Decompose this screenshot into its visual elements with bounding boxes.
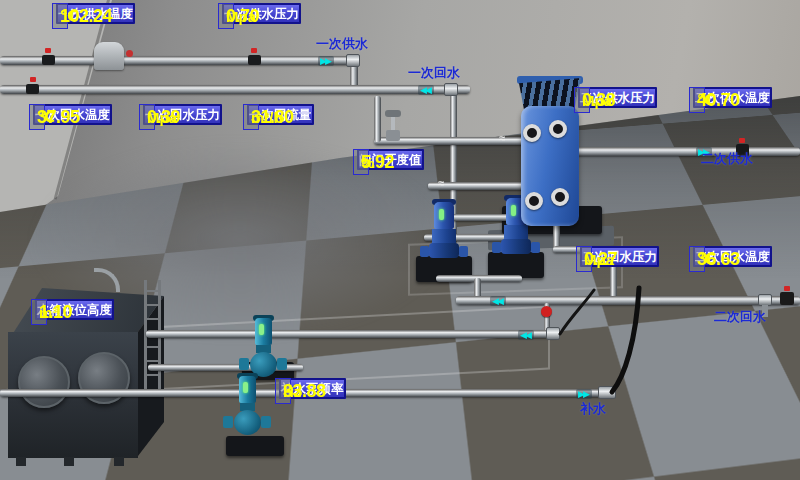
valve-handle-icon xyxy=(784,286,790,291)
gauge-unit: Mpa xyxy=(147,109,177,126)
tank-ladder xyxy=(144,280,147,396)
gauge-unit: ℃ xyxy=(697,91,715,109)
gauge-value-box: 0.38 Mpa xyxy=(574,87,590,113)
gauge-unit: Mpa xyxy=(582,92,612,109)
control-valve-icon xyxy=(386,130,400,141)
gauge-unit: ℃ xyxy=(60,7,78,25)
manual-valve-icon xyxy=(780,292,794,305)
hx-port-icon xyxy=(549,120,567,138)
gauge-unit: m³ xyxy=(39,304,57,321)
pump-motor-icon xyxy=(434,202,454,229)
flow-arrow-left-icon: ◀◀ xyxy=(518,330,534,340)
pipe-label-secondary-supply: 二次供水 xyxy=(701,150,753,168)
hx-port-icon xyxy=(551,188,569,206)
strainer-filter-icon xyxy=(94,42,124,70)
hmi-heating-station-screen: ≈ ≈ ▶▶ ◀◀ ▶▶ ◀◀ ◀◀ ▶▶ xyxy=(0,0,800,480)
valve-handle-icon xyxy=(30,77,36,82)
control-valve-actuator-icon xyxy=(385,110,401,117)
pipe-label-makeup: 补水 xyxy=(580,400,606,418)
valve-handle-icon xyxy=(45,48,51,53)
pipe-label-secondary-return: 二次回水 xyxy=(714,308,766,326)
makeup-pump-2 xyxy=(224,376,270,440)
red-valve-handwheel-icon xyxy=(541,306,552,317)
pump-run-indicator xyxy=(439,209,444,220)
gauge-unit: % xyxy=(361,154,374,171)
gauge-unit: m³/h xyxy=(251,109,283,126)
gauge-unit: ℃ xyxy=(697,250,715,268)
gauge-value-box: 1.10 m³ xyxy=(31,299,47,325)
hx-port-icon xyxy=(523,124,541,142)
gauge-value-box: 0.27 Mpa xyxy=(576,246,592,272)
flow-arrow-right-icon: ▶▶ xyxy=(318,56,334,66)
pump-run-indicator xyxy=(259,324,264,335)
gauge-unit: Mpa xyxy=(584,251,614,268)
gauge-value-box: 102.24 ℃ xyxy=(52,3,68,29)
tank-manhole-icon xyxy=(18,356,70,408)
circulation-pump-1 xyxy=(420,202,468,264)
flow-arrow-right-icon: ▶▶ xyxy=(576,389,592,399)
gauge-value-box[interactable]: 33.88 Hz xyxy=(275,378,291,404)
flow-arrow-left-icon: ◀◀ xyxy=(490,296,506,306)
pipe-tank-return xyxy=(146,330,558,338)
pipe-secondary-supply xyxy=(556,147,800,156)
valve-handle-icon xyxy=(251,48,257,53)
manual-valve-icon xyxy=(248,55,261,65)
pipe-label-primary-return: 一次回水 xyxy=(408,64,460,82)
gauge-value-box: 36.63 ℃ xyxy=(689,246,705,272)
gauge-value-box: 37.95 ℃ xyxy=(29,104,45,130)
manual-valve-icon xyxy=(26,84,39,94)
sensor-cable xyxy=(556,288,606,338)
pipe-label-primary-supply: 一次供水 xyxy=(316,35,368,53)
gauge-value-box[interactable]: 5.92 % xyxy=(353,149,369,175)
manual-valve-icon xyxy=(42,55,55,65)
pressure-gauge-icon xyxy=(126,50,133,57)
tank-overflow-pipe xyxy=(94,268,120,292)
gauge-unit: Hz xyxy=(283,383,301,400)
gauge-value-box: 0.39 Mpa xyxy=(139,104,155,130)
valve-handle-icon xyxy=(739,138,745,143)
gauge-value-box: 0.70 Mpa xyxy=(218,3,234,29)
gauge-unit: Mpa xyxy=(226,8,256,25)
pump-run-indicator xyxy=(243,382,248,393)
gauge-value-box: 40.70 ℃ xyxy=(689,87,705,113)
flow-arrow-left-icon: ◀◀ xyxy=(418,85,434,95)
gauge-unit: ℃ xyxy=(37,108,55,126)
gauge-value-box: 31.80 m³/h xyxy=(243,104,259,130)
pipe-primary-return xyxy=(0,85,470,94)
hx-port-icon xyxy=(525,192,543,210)
